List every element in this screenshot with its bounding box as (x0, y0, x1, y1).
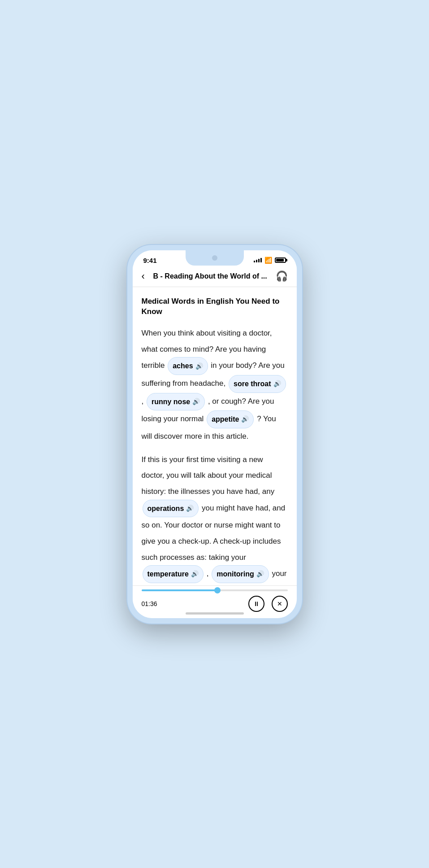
vocab-word-appetite: appetite (212, 412, 239, 427)
audio-progress-thumb (214, 587, 221, 593)
audio-progress-bar[interactable] (142, 589, 288, 591)
vocab-pill-monitoring[interactable]: monitoring 🔊 (212, 565, 269, 583)
article-title: Medical Words in English You Need to Kno… (142, 296, 288, 318)
vocab-pill-aches[interactable]: aches 🔊 (168, 357, 208, 375)
signal-bar-3 (258, 259, 260, 262)
sound-icon-aches: 🔊 (195, 360, 203, 373)
status-time: 9:41 (143, 257, 157, 264)
vocab-pill-temperature[interactable]: temperature 🔊 (143, 565, 204, 583)
vocab-pill-appetite[interactable]: appetite 🔊 (207, 410, 254, 428)
vocab-word-temperature: temperature (147, 567, 189, 582)
audio-controls: 01:36 ⏸ ✕ (142, 596, 288, 612)
pause-icon: ⏸ (253, 600, 260, 607)
vocab-pill-runny-nose[interactable]: runny nose 🔊 (147, 393, 205, 411)
sound-icon-monitoring: 🔊 (256, 567, 264, 580)
battery-icon (275, 257, 286, 263)
phone-screen: 9:41 📶 ‹ B - Reading About the World of … (133, 250, 297, 618)
back-button[interactable]: ‹ (142, 270, 145, 282)
headphones-button[interactable]: 🎧 (276, 270, 288, 282)
sound-icon-runny-nose: 🔊 (192, 395, 200, 408)
vocab-pill-operations[interactable]: operations 🔊 (143, 500, 199, 518)
vocab-word-operations: operations (147, 501, 184, 516)
front-camera (212, 255, 217, 261)
signal-bar-2 (256, 260, 257, 262)
audio-progress-fill (142, 589, 218, 591)
vocab-word-runny-nose: runny nose (152, 394, 190, 410)
sound-icon-temperature: 🔊 (191, 567, 199, 580)
signal-bar-1 (254, 261, 255, 262)
phone-frame: 9:41 📶 ‹ B - Reading About the World of … (127, 245, 302, 624)
close-button[interactable]: ✕ (272, 596, 288, 612)
battery-fill (276, 259, 284, 262)
pause-button[interactable]: ⏸ (248, 596, 264, 612)
wifi-icon: 📶 (264, 257, 272, 264)
close-icon: ✕ (277, 600, 282, 607)
status-icons: 📶 (254, 257, 286, 264)
notch (186, 250, 244, 266)
paragraph-2: If this is your first time visiting a ne… (142, 452, 288, 585)
nav-title: B - Reading About the World of ... (149, 272, 271, 280)
article-content: Medical Words in English You Need to Kno… (133, 287, 297, 585)
vocab-word-sore-throat: sore throat (234, 376, 271, 392)
vocab-pill-sore-throat[interactable]: sore throat 🔊 (229, 375, 286, 393)
vocab-word-monitoring: monitoring (217, 567, 254, 582)
audio-buttons: ⏸ ✕ (248, 596, 288, 612)
signal-bar-4 (260, 258, 262, 262)
nav-bar: ‹ B - Reading About the World of ... 🎧 (133, 267, 297, 287)
audio-timestamp: 01:36 (142, 600, 157, 607)
sound-icon-appetite: 🔊 (241, 413, 249, 426)
sound-icon-sore-throat: 🔊 (273, 377, 281, 390)
paragraph-1: When you think about visiting a doctor, … (142, 325, 288, 444)
home-indicator (186, 612, 244, 615)
sound-icon-operations: 🔊 (186, 502, 194, 515)
vocab-word-aches: aches (173, 358, 193, 374)
signal-bars-icon (254, 258, 262, 262)
